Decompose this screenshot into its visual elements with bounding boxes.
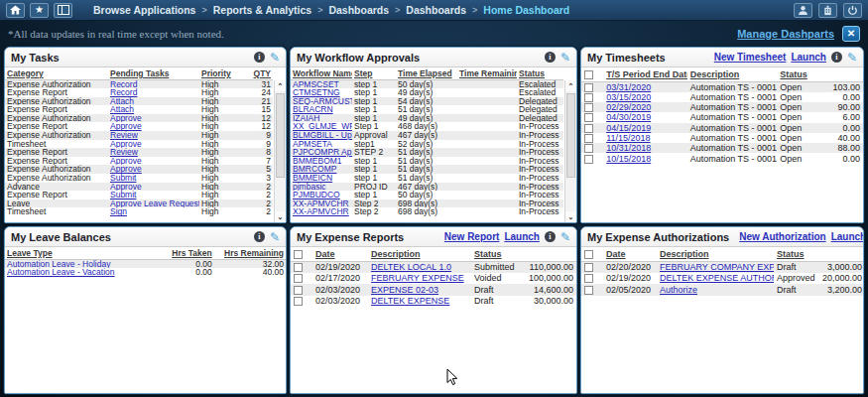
launch-link[interactable]: Launch [504,231,540,242]
row-checkbox[interactable] [584,93,593,102]
workflow-name-link[interactable]: XX-APMVCHR [293,199,349,208]
col-step[interactable]: Step [352,67,396,79]
workflow-name-link[interactable]: BLRACRN [293,105,333,114]
workflow-name-link[interactable]: BLMGBILL - Up... [293,131,352,140]
launch-link[interactable]: Launch [831,231,864,242]
pending-task-link[interactable]: Sign [110,207,127,216]
info-icon[interactable]: i [831,52,842,63]
info-icon[interactable]: i [254,231,265,242]
col-date[interactable]: Date [312,247,368,261]
workflow-name-link[interactable]: SEQ-ARMCUST [293,97,352,106]
timesheet-date-link[interactable]: 04/15/2019 [606,123,651,133]
breadcrumb-item[interactable]: Browse Applications > [93,4,213,16]
leave-type-link[interactable]: Automation Leave - Holiday [7,259,110,268]
home-icon[interactable] [6,3,25,18]
workflow-name-link[interactable]: PJMBUDCO [293,191,340,199]
new-authorization-link[interactable]: New Authorization [739,231,825,242]
breadcrumb-item[interactable]: Dashboards > [328,4,406,16]
info-icon[interactable]: i [254,52,265,63]
col-hrs-taken[interactable]: Hrs Taken [155,247,214,259]
col-priority[interactable]: Priority [199,67,243,79]
row-checkbox[interactable] [584,103,593,112]
workflow-name-link[interactable]: BMMEBOM1 [293,157,342,166]
timesheet-date-link[interactable]: 11/15/2018 [606,133,650,143]
scroll-up-icon[interactable]: ⌃ [275,80,286,91]
workflow-name-link[interactable]: CTMSETNG [293,88,340,97]
breadcrumb-item[interactable]: Dashboards > [406,4,483,16]
col-period-end-date[interactable]: T/S Period End Date [603,67,687,81]
pending-task-link[interactable]: Approve Leave Request [110,199,199,208]
favorites-star-icon[interactable]: ★ [30,3,49,18]
select-all-checkbox[interactable] [584,250,593,259]
row-checkbox[interactable] [584,286,593,295]
row-checkbox[interactable] [294,286,303,295]
edit-pencil-icon[interactable]: ✎ [560,52,570,64]
pending-task-link[interactable]: Approve [110,122,142,131]
col-category[interactable]: Category [5,67,108,79]
expense-description-link[interactable]: EXPENSE 02-03 [371,285,438,295]
row-checkbox[interactable] [584,274,593,283]
row-checkbox[interactable] [584,124,593,133]
row-checkbox[interactable] [294,263,303,272]
row-checkbox[interactable] [584,263,593,272]
row-checkbox[interactable] [584,83,593,92]
col-hrs-remaining[interactable]: Hrs Remaining [214,247,286,259]
pending-task-link[interactable]: Approve [110,157,142,166]
power-logout-icon[interactable] [843,3,862,18]
scrollbar-track[interactable] [275,91,286,211]
breadcrumb-item[interactable]: Reports & Analytics > [213,4,329,16]
pending-task-link[interactable]: Review [110,131,138,140]
workflow-name-link[interactable]: APMSCSET [293,79,339,88]
new-report-link[interactable]: New Report [444,231,500,242]
user-profile-icon[interactable] [794,3,812,18]
pending-task-link[interactable]: Record [110,79,137,88]
layout-panels-icon[interactable] [54,3,72,18]
scroll-down-icon[interactable]: ⌄ [565,211,576,222]
vertical-scrollbar[interactable]: ⌃ ⌄ [274,80,286,222]
pending-task-link[interactable]: Attach [110,97,134,106]
col-description[interactable]: Description [657,247,774,261]
leave-type-link[interactable]: Automation Leave - Vacation [7,268,115,277]
col-date[interactable]: Date [603,247,657,261]
workflow-name-link[interactable]: BMRCOMP [293,165,336,174]
vertical-scrollbar[interactable]: ⌃ ⌄ [564,80,576,222]
workflow-name-link[interactable]: XX-APMVCHR [293,207,349,216]
col-status[interactable]: Status [471,247,517,261]
workflow-name-link[interactable]: IZAIAH [293,114,319,123]
row-checkbox[interactable] [584,144,593,153]
workflow-name-link[interactable]: pjmbasic [293,183,326,192]
col-status[interactable]: Status [777,67,818,81]
info-icon[interactable]: i [545,52,556,63]
col-status[interactable]: Status [774,247,817,261]
pending-task-link[interactable]: Attach [110,105,134,114]
expense-description-link[interactable]: DELTEK LOCAL 1.0 [371,262,451,272]
breadcrumb-item[interactable]: Home Dashboard > [483,4,569,16]
workflow-name-link[interactable]: PJPCOMPR Ap... [293,148,352,157]
launch-link[interactable]: Launch [791,52,826,63]
company-icon[interactable] [818,3,837,18]
row-checkbox[interactable] [294,274,303,283]
col-time-elapsed[interactable]: Time Elapsed [396,67,457,79]
timesheet-date-link[interactable]: 04/30/2019 [606,112,651,122]
pending-task-link[interactable]: Approve [110,140,142,149]
row-checkbox[interactable] [584,113,593,122]
edit-pencil-icon[interactable]: ✎ [270,231,280,243]
edit-pencil-icon[interactable]: ✎ [560,231,570,243]
workflow-name-link[interactable]: BMMEICN [293,174,332,183]
col-time-remaining[interactable]: Time Remaining [457,67,517,79]
pending-task-link[interactable]: Approve [110,114,142,123]
timesheet-date-link[interactable]: 03/31/2020 [606,82,651,92]
authorization-description-link[interactable]: Authorize [660,285,697,295]
expense-description-link[interactable]: FEBRUARY EXPENSE [371,273,464,283]
pending-task-link[interactable]: Record [110,88,137,97]
close-dashboard-button[interactable]: ✕ [842,26,860,42]
col-qty[interactable]: QTY [243,67,273,79]
authorization-description-link[interactable]: FEBRUARY COMPANY EXPENSES [660,262,774,272]
timesheet-date-link[interactable]: 02/29/2020 [606,102,651,112]
info-icon[interactable]: i [545,231,556,242]
authorization-description-link[interactable]: DELTEK EXPENSE AUTHORIZATION [660,273,774,283]
pending-task-link[interactable]: Review [110,148,138,157]
col-description[interactable]: Description [687,67,778,81]
select-all-checkbox[interactable] [584,70,593,79]
col-status[interactable]: Status [517,67,563,79]
